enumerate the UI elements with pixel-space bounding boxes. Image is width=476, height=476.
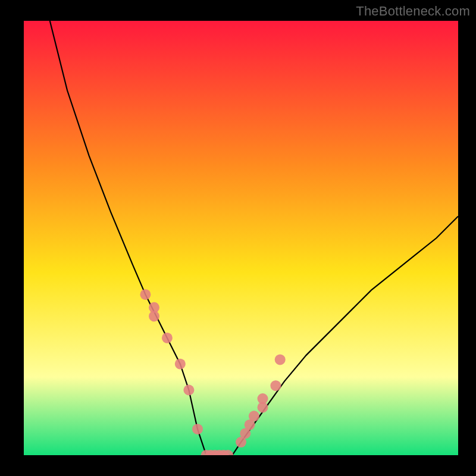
data-point	[140, 289, 151, 300]
data-point	[192, 424, 203, 434]
data-point	[258, 393, 268, 404]
plot-background	[24, 21, 458, 455]
data-point	[270, 380, 281, 391]
data-point	[275, 354, 286, 365]
chart-frame: TheBottleneck.com	[0, 0, 476, 476]
data-point	[183, 385, 194, 396]
bottleneck-chart	[0, 0, 476, 476]
data-point	[149, 311, 159, 321]
data-point	[162, 333, 173, 343]
watermark-text: TheBottleneck.com	[356, 4, 470, 19]
data-point	[249, 411, 259, 421]
data-point	[175, 359, 186, 369]
